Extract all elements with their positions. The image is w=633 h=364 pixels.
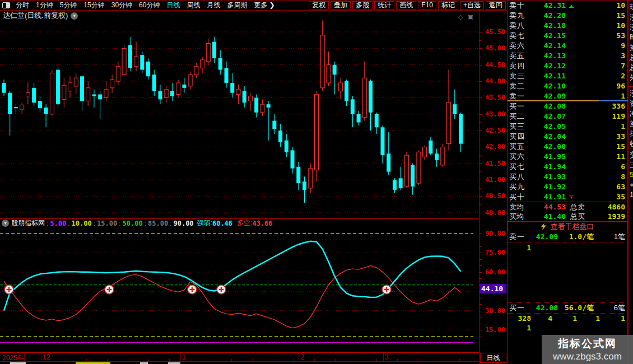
indicator-axis-label: 60.00 [485, 268, 505, 276]
orderbook-row-buy[interactable]: 买四42.0433 [508, 132, 627, 142]
buy1-detail-row[interactable]: 买一 42.08 56.0/笔 6笔 [508, 303, 627, 313]
indicator-axis-label: 30.00 [485, 307, 505, 315]
orderbook-row-sell[interactable]: 卖八42.1810 [508, 21, 627, 31]
toolbar-button[interactable]: 叠加 [331, 1, 351, 10]
price-axis-label: 45.50 [485, 28, 505, 36]
clipped-quote-label: 1 [630, 190, 633, 199]
orderbook-row-buy[interactable]: 买七41.946 [508, 162, 627, 172]
sell1-detail-row[interactable]: 卖一 42.09 1.0/笔 1笔 [508, 232, 627, 242]
menu-item-10[interactable]: 多周期 [227, 1, 247, 10]
level-label: 买五 [509, 142, 525, 152]
level-label: 买九 [509, 182, 525, 192]
orderbook-row-buy[interactable]: 买十41.91▼35 [508, 192, 627, 202]
level-price: 41.93 [537, 172, 566, 182]
orderbook-row-buy[interactable]: 买八41.938 [508, 172, 627, 182]
indicator-param: 15.00 [97, 220, 117, 227]
menu-item-4[interactable]: 15分钟 [83, 1, 104, 10]
price-axis-label: 41.50 [485, 160, 505, 167]
dotted-separator [508, 242, 627, 242]
buy1-order-count: 6笔 [614, 303, 625, 313]
indicator-param: 50.00 [123, 220, 143, 227]
orderbook-row-buy[interactable]: 买三42.051 [508, 122, 627, 132]
buy-queue-value: 1 [602, 314, 625, 323]
menu-item-6[interactable]: 60分钟 [139, 1, 160, 10]
price-axis-label: 43.50 [485, 94, 505, 101]
clipped-quote-label: 总 [630, 63, 633, 73]
maximize-pane-icon[interactable]: ▣ [467, 13, 473, 21]
toolbar-button[interactable]: 多股 [352, 1, 373, 10]
strength-label: 强弱: [197, 218, 212, 228]
level-price: 42.15 [537, 31, 566, 41]
buy-queue-row: 32841111 [508, 314, 627, 334]
clipped-quote-label: 换 [630, 43, 633, 53]
level-volume: 63 [616, 182, 625, 192]
buy1-price: 42.08 [531, 303, 558, 313]
menu-item-9[interactable]: 月线 [207, 1, 220, 10]
toolbar-button[interactable]: 统计 [374, 1, 394, 10]
view-level2-button[interactable]: 查看千档盘口 [508, 222, 627, 231]
indicator-name: 股朋指标网 [11, 218, 45, 228]
indicator-chart[interactable] [0, 228, 479, 353]
level-volume: 10 [616, 1, 625, 11]
clipped-quote-label: 现 [630, 2, 633, 12]
candlestick-chart[interactable] [0, 10, 479, 218]
order-book-panel: 卖十42.31▲10卖九42.2815卖八42.1810卖七42.1553卖六4… [507, 0, 628, 364]
orderbook-row-sell[interactable]: 卖四42.127 [508, 61, 627, 71]
total-sell-label: 总卖 [570, 202, 585, 212]
level-label: 卖十 [509, 1, 525, 11]
indicator-axis-label: 15.00 [485, 326, 505, 334]
orderbook-row-sell[interactable]: 卖五42.133 [508, 51, 627, 61]
menu-item-7[interactable]: 日线 [166, 1, 180, 10]
month-label: 1 [182, 353, 186, 361]
orderbook-row-sell[interactable]: 卖十42.31▲10 [508, 1, 627, 11]
arrow-down-icon: ▼ [569, 195, 574, 199]
toolbar-button[interactable]: 返回 [486, 1, 506, 10]
menu-item-1[interactable]: 分时 [16, 1, 29, 10]
toolbar-button[interactable]: F10 [418, 1, 436, 10]
menu-item-11[interactable]: 更多 ❯ [254, 1, 274, 10]
orderbook-row-buy[interactable]: 买九41.9263 [508, 182, 627, 192]
level-volume: 7 [621, 61, 625, 71]
clipped-quote-label: 交 [630, 150, 633, 160]
sell1-order-count: 1笔 [614, 232, 625, 242]
orderbook-row-buy[interactable]: 买五42.0015 [508, 142, 627, 152]
level-price: 42.28 [537, 11, 566, 21]
orderbook-row-sell[interactable]: 卖二42.1096 [508, 81, 627, 91]
menu-item-3[interactable]: 5分钟 [60, 1, 77, 10]
layout-toggle-button[interactable] [0, 1, 12, 10]
clipped-quote-column: 现涨涨昨换总总外涨资净换排收交三5●1 [628, 0, 633, 364]
orderbook-row-sell[interactable]: 卖六42.149 [508, 41, 627, 51]
toolbar-button[interactable]: 画线 [396, 1, 416, 10]
toolbar-button[interactable]: 标记 [438, 1, 458, 10]
orderbook-row-sell[interactable]: 卖九42.2815 [508, 11, 627, 21]
indicator-param: 10.00 [72, 220, 92, 227]
diamond-icon[interactable]: ◇ [458, 13, 463, 21]
level-price: 42.10 [537, 81, 566, 91]
menu-item-8[interactable]: 周线 [187, 1, 200, 10]
chevron-down-icon[interactable]: ▾ [71, 12, 78, 20]
orderbook-row-buy[interactable]: 买二42.07119 [508, 111, 627, 122]
stock-title: 达仁堂(日线.前复权) ▾ [3, 11, 78, 20]
orderbook-row-buy[interactable]: 买六41.9511 [508, 152, 627, 162]
month-label: 2 [300, 353, 304, 361]
level-volume: 9 [621, 41, 625, 51]
indicator-collapse-icon[interactable]: ▾ [2, 220, 9, 227]
clipped-quote-label: 排 [630, 129, 633, 139]
indicator-axis-label: 75.00 [485, 249, 505, 256]
toolbar-button[interactable]: +自选 [460, 1, 484, 10]
indicator-value-tag: 44.10 [480, 284, 506, 293]
price-axis-column: 44.10 日线 45.5045.0044.5044.0043.5043.004… [479, 10, 507, 364]
menu-item-5[interactable]: 30分钟 [111, 1, 132, 10]
orderbook-row-sell[interactable]: 卖三42.112 [508, 71, 627, 81]
menu-item-2[interactable]: 1分钟 [36, 1, 53, 10]
level-price: 41.92 [537, 182, 566, 192]
period-badge[interactable]: 日线 [480, 353, 506, 363]
split-pane-icon [2, 2, 10, 8]
orderbook-row-sell[interactable]: 卖七42.1553 [508, 31, 627, 41]
toolbar-button[interactable]: 复权 [309, 1, 329, 10]
clipped-quote-label: 换 [630, 119, 633, 129]
buy-queue-value: 4 [532, 314, 552, 323]
price-axis-label: 41.00 [485, 176, 505, 184]
orderbook-row-buy[interactable]: 买一42.08336 [508, 101, 627, 111]
level-volume: 336 [612, 101, 625, 111]
